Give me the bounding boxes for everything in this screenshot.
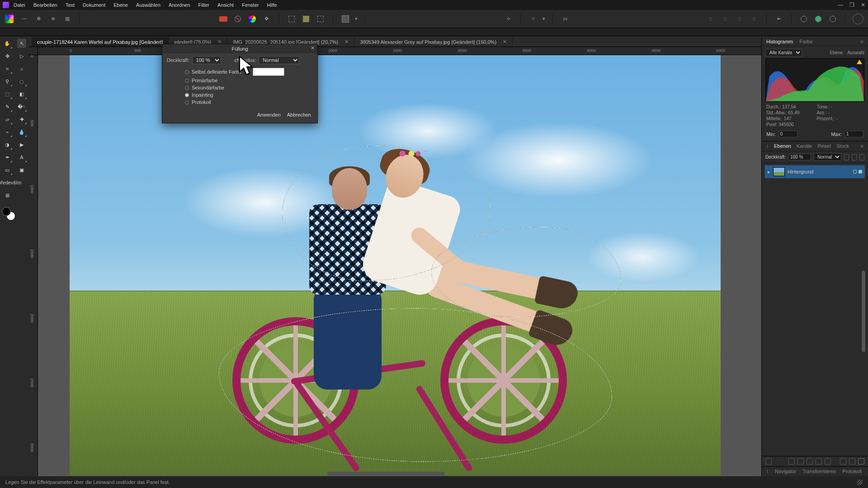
- scrollbar-horizontal[interactable]: [327, 472, 445, 475]
- mesh-tool-icon[interactable]: ▶: [17, 140, 26, 149]
- no-fill-icon[interactable]: [233, 14, 243, 24]
- flood-tool-icon[interactable]: ⬚: [3, 89, 12, 99]
- menu-bearbeiten[interactable]: Bearbeiten: [33, 2, 57, 8]
- document-tab[interactable]: couple-1718244 Karen Warfel auf Pixabay.…: [32, 37, 169, 47]
- snap-icon[interactable]: ⊹: [503, 14, 513, 24]
- fill-option[interactable]: Sekundärfarbe: [185, 85, 313, 90]
- persona-liquify-icon[interactable]: 〰: [19, 14, 29, 24]
- ruler-origin[interactable]: [29, 47, 38, 55]
- scrollbar-vertical[interactable]: [862, 271, 865, 352]
- dialog-close-icon[interactable]: ✕: [311, 45, 315, 51]
- footer-icon[interactable]: [840, 458, 846, 465]
- account-avatar[interactable]: [853, 14, 863, 24]
- pen-tool-icon[interactable]: ✒: [3, 153, 12, 162]
- align-icon[interactable]: ⇤: [774, 14, 784, 24]
- live-a-icon[interactable]: [799, 14, 809, 24]
- tab-histogram[interactable]: Histogramm: [766, 39, 793, 44]
- crop-tool-icon[interactable]: ⌗: [3, 64, 12, 73]
- footer-icon[interactable]: [816, 458, 822, 465]
- fill-option[interactable]: Inpainting: [185, 92, 313, 98]
- layer-item[interactable]: ▸ Hintergrund: [764, 165, 865, 178]
- clone-tool-icon[interactable]: ⌁: [3, 127, 12, 136]
- window-close[interactable]: ✕: [861, 2, 865, 8]
- cancel-button[interactable]: Abbrechen: [287, 112, 311, 117]
- layer-opacity-input[interactable]: [788, 154, 811, 160]
- persona-export-icon[interactable]: ▥: [62, 14, 72, 24]
- dodge-tool-icon[interactable]: ◑: [3, 140, 12, 149]
- footer-icon[interactable]: [825, 458, 831, 465]
- live-c-icon[interactable]: [828, 14, 838, 24]
- persona-photo-icon[interactable]: [5, 14, 14, 24]
- dialog-titlebar[interactable]: Füllung ✕: [162, 44, 317, 53]
- panel-menu-icon[interactable]: ≡: [861, 39, 863, 44]
- grid-tool-icon[interactable]: ⊞: [3, 191, 12, 200]
- menu-hilfe[interactable]: Hilfe: [267, 2, 277, 8]
- window-maximize[interactable]: ❐: [849, 2, 854, 8]
- preview-icon[interactable]: ▭: [560, 14, 570, 24]
- heal-tool-icon[interactable]: ✚: [17, 115, 26, 124]
- viewport[interactable]: [38, 55, 761, 476]
- hand-tool-icon[interactable]: ✋: [3, 39, 12, 48]
- erase-tool-icon[interactable]: ▱: [3, 115, 12, 124]
- fill-option[interactable]: Primärfarbe: [185, 78, 313, 83]
- window-minimize[interactable]: —: [838, 2, 843, 8]
- max-input[interactable]: [844, 131, 863, 137]
- layer-opt-c-icon[interactable]: [859, 154, 864, 160]
- arrow-tool-icon[interactable]: ↖: [17, 39, 26, 48]
- marquee-tool-icon[interactable]: ◌: [17, 77, 26, 86]
- scope-layer[interactable]: Ebene: [830, 50, 843, 55]
- live-b-icon[interactable]: [813, 14, 823, 24]
- footer-icon[interactable]: [807, 458, 813, 465]
- zoom-tool-icon[interactable]: ⌕: [17, 64, 26, 73]
- menu-filter[interactable]: Filter: [198, 2, 209, 8]
- fill-option[interactable]: Selbst definierte Farbe: [185, 68, 313, 76]
- menu-auswählen[interactable]: Auswählen: [136, 2, 160, 8]
- tab-brushes[interactable]: Pinsel: [817, 143, 831, 149]
- node-tool-icon[interactable]: ▷: [17, 52, 26, 61]
- min-input[interactable]: [778, 131, 797, 137]
- chevron-down-icon[interactable]: ▾: [355, 16, 358, 22]
- persona-tone-icon[interactable]: ≋: [48, 14, 58, 24]
- chevron-down-icon[interactable]: ▾: [542, 16, 545, 22]
- tab-channels[interactable]: Kanäle: [797, 143, 812, 149]
- tab-navigator[interactable]: Navigator: [775, 469, 796, 474]
- selection-mode-b-icon[interactable]: [301, 14, 311, 24]
- blur-tool-icon[interactable]: 💧: [17, 127, 26, 136]
- menu-anordnen[interactable]: Anordnen: [169, 2, 190, 8]
- paint-brush-icon[interactable]: ✎: [3, 102, 12, 111]
- blendmode-select[interactable]: Normal: [259, 56, 299, 64]
- tab-color[interactable]: Farbe: [799, 39, 812, 44]
- panel-menu-icon[interactable]: ≡: [861, 143, 863, 149]
- footer-icon[interactable]: [765, 458, 772, 465]
- scope-selection[interactable]: Auswahl: [847, 50, 864, 55]
- selection-mode-a-icon[interactable]: [287, 14, 297, 24]
- text-tool-icon[interactable]: �především: [3, 178, 12, 187]
- persona-develop-icon[interactable]: ✲: [33, 14, 43, 24]
- menu-ebene[interactable]: Ebene: [113, 2, 128, 8]
- footer-icon[interactable]: [797, 458, 804, 465]
- tab-stock[interactable]: Stock: [836, 143, 849, 149]
- footer-icon[interactable]: [849, 458, 855, 465]
- tab-history[interactable]: Protokoll: [842, 469, 862, 474]
- tab-layers[interactable]: Ebenen: [774, 143, 791, 149]
- menu-ansicht[interactable]: Ansicht: [217, 2, 234, 8]
- menu-datei[interactable]: Datei: [14, 2, 25, 8]
- color-wheel-icon[interactable]: [247, 14, 257, 24]
- assistant-icon[interactable]: ✧: [528, 14, 538, 24]
- frame-text-icon[interactable]: ▣: [17, 165, 26, 174]
- color-swatches[interactable]: [2, 207, 15, 221]
- document-tab[interactable]: 3805349 Alexander Grey auf Pixabay.jpg […: [354, 37, 513, 47]
- layer-opt-b-icon[interactable]: [852, 154, 857, 160]
- tab-close-icon[interactable]: ✕: [344, 39, 349, 45]
- move-tool-icon[interactable]: ✥: [3, 52, 12, 61]
- tab-transform[interactable]: Transformieren: [802, 469, 836, 474]
- artistic-text-icon[interactable]: A: [17, 153, 26, 162]
- opacity-select[interactable]: 100 %: [192, 56, 221, 64]
- eyedropper-icon[interactable]: ✥: [262, 14, 272, 24]
- quickmask-icon[interactable]: [340, 14, 350, 24]
- swatch-button[interactable]: [218, 14, 228, 24]
- gradient-tool-icon[interactable]: ◧: [17, 89, 26, 99]
- channel-select[interactable]: Alle Kanäle: [765, 49, 802, 56]
- selection-brush-icon[interactable]: ⚲: [3, 77, 12, 86]
- footer-icon[interactable]: [788, 458, 795, 465]
